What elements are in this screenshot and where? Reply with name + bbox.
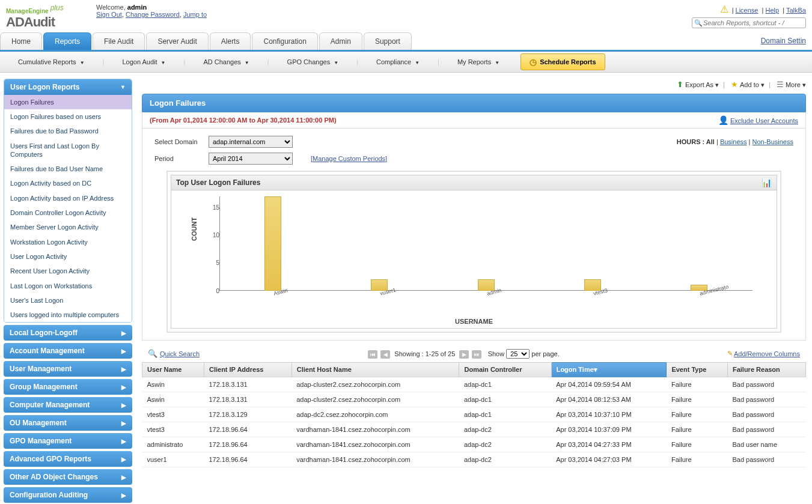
sidebar-cat-ou-management[interactable]: OU Management▶: [4, 415, 132, 431]
sidebar-cat-gpo-management[interactable]: GPO Management▶: [4, 433, 132, 449]
add-to-button[interactable]: ★Add to ▾: [731, 81, 765, 88]
quick-search-link[interactable]: Quick Search: [160, 350, 200, 357]
subnav-my-reports[interactable]: My Reports ▼: [439, 53, 517, 70]
logo-main: ADAudit: [6, 14, 87, 30]
table-row[interactable]: Aswin172.18.3.131adap-cluster2.csez.zoho…: [142, 392, 806, 407]
sidebar-item-logon-activity-based-on-dc[interactable]: Logon Activity based on DC: [4, 176, 132, 190]
chart-ylabel: COUNT: [191, 217, 198, 241]
sidebar-item-domain-controller-logon-activity[interactable]: Domain Controller Logon Activity: [4, 205, 132, 220]
paging-range: 1-25 of 25: [426, 350, 456, 357]
hours-business-link[interactable]: Business: [720, 138, 747, 145]
chart-options-icon[interactable]: 📊: [762, 178, 772, 187]
date-range: (From Apr 01,2014 12:00:00 AM to Apr 30,…: [150, 117, 337, 124]
col-user-name[interactable]: User Name: [142, 362, 204, 377]
sidebar-item-failures-due-to-bad-password[interactable]: Failures due to Bad Password: [4, 124, 132, 138]
sidebar-cat-configuration-auditing[interactable]: Configuration Auditing▶: [4, 487, 132, 503]
last-page-button[interactable]: ⏭: [472, 350, 481, 359]
more-button[interactable]: ☰More ▾: [777, 81, 806, 88]
sidebar-item-user-logon-activity[interactable]: User Logon Activity: [4, 249, 132, 264]
schedule-reports-button[interactable]: ◷Schedule Reports: [520, 53, 605, 70]
sidebar-cat-group-management[interactable]: Group Management▶: [4, 379, 132, 395]
next-page-button[interactable]: ▶: [459, 350, 469, 359]
domain-select[interactable]: adap.internal.com: [209, 136, 293, 148]
chevron-right-icon: ▶: [121, 420, 126, 427]
bar-aswin[interactable]: [264, 196, 281, 291]
sidebar-item-workstation-logon-activity[interactable]: Workstation Logon Activity: [4, 235, 132, 249]
table-row[interactable]: vuser1172.18.96.64vardhaman-1841.csez.zo…: [142, 452, 806, 467]
tab-reports[interactable]: Reports: [43, 32, 91, 50]
add-remove-columns-link[interactable]: Add/Remove Columns: [734, 350, 800, 357]
sidebar-item-logon-activity-based-on-ip-address[interactable]: Logon Activity based on IP Address: [4, 191, 132, 205]
logo: ManageEngine plus ADAudit: [6, 4, 87, 30]
export-as-button[interactable]: ⬆Export As ▾: [677, 81, 719, 88]
sidebar-item-member-server-logon-activity[interactable]: Member Server Logon Activity: [4, 220, 132, 234]
chart-title: Top User Logon Failures: [176, 178, 260, 187]
tab-file-audit[interactable]: File Audit: [93, 32, 145, 50]
domain-label: Select Domain: [154, 138, 209, 145]
tab-alerts[interactable]: Alerts: [210, 32, 251, 50]
results-table: User NameClient IP AddressClient Host Na…: [142, 362, 806, 467]
table-row[interactable]: administrato172.18.96.64vardhaman-1841.c…: [142, 437, 806, 452]
col-failure-reason[interactable]: Failure Reason: [727, 362, 805, 377]
sidebar-item-last-logon-on-workstations[interactable]: Last Logon on Workstations: [4, 279, 132, 293]
table-row[interactable]: vtest3172.18.3.129adap-dc2.csez.zohocorp…: [142, 407, 806, 422]
subnav-cumulative-reports[interactable]: Cumulative Reports ▼: [0, 53, 103, 70]
page-title: Logon Failures: [142, 94, 806, 112]
sidebar-item-logon-failures[interactable]: Logon Failures: [4, 95, 132, 109]
talkback-link[interactable]: TalkBa: [786, 7, 806, 14]
chart-xlabel: USERNAME: [455, 318, 493, 325]
manage-custom-periods-link[interactable]: [Manage Custom Periods]: [311, 155, 387, 162]
sidebar-cat-other-ad-object-changes[interactable]: Other AD Object Changes▶: [4, 469, 132, 485]
sidebar-item-user-s-last-logon[interactable]: User's Last Logon: [4, 293, 132, 308]
hours-filter: HOURS : All | Business | Non-Business: [677, 138, 793, 145]
col-domain-controller[interactable]: Domain Controller: [459, 362, 551, 377]
subnav-gpo-changes[interactable]: GPO Changes ▼: [269, 53, 357, 70]
sidebar-cat-advanced-gpo-reports[interactable]: Advanced GPO Reports▶: [4, 451, 132, 467]
sidebar-cat-account-management[interactable]: Account Management▶: [4, 343, 132, 359]
domain-settings-link[interactable]: Domain Settin: [761, 37, 806, 45]
sidebar-cat-computer-management[interactable]: Computer Management▶: [4, 397, 132, 413]
tab-admin[interactable]: Admin: [319, 32, 362, 50]
sign-out-link[interactable]: Sign Out: [96, 11, 122, 18]
exclude-user-accounts-link[interactable]: Exclude User Accounts: [730, 117, 798, 124]
sidebar-item-users-logged-into-multiple-computers[interactable]: Users logged into multiple computers: [4, 308, 132, 322]
col-client-host-name[interactable]: Client Host Name: [292, 362, 459, 377]
period-select[interactable]: April 2014: [209, 153, 293, 165]
table-row[interactable]: Aswin172.18.3.131adap-cluster2.csez.zoho…: [142, 377, 806, 392]
chevron-right-icon: ▶: [121, 438, 126, 445]
edit-columns-icon: ✎: [727, 350, 733, 357]
sidebar-cat-local-logon-logoff[interactable]: Local Logon-Logoff▶: [4, 325, 132, 341]
sidebar-item-recent-user-logon-activity[interactable]: Recent User Logon Activity: [4, 264, 132, 278]
subnav-compliance[interactable]: Compliance ▼: [358, 53, 438, 70]
page-size-select[interactable]: 25: [506, 349, 530, 359]
col-client-ip-address[interactable]: Client IP Address: [204, 362, 292, 377]
tab-home[interactable]: Home: [0, 32, 42, 50]
table-row[interactable]: vtest3172.18.96.64vardhaman-1841.csez.zo…: [142, 422, 806, 437]
chevron-right-icon: ▶: [121, 402, 126, 408]
sidebar-header[interactable]: User Logon Reports▼: [4, 79, 132, 95]
sidebar-cat-user-management[interactable]: User Management▶: [4, 361, 132, 377]
subnav-logon-audit[interactable]: Logon Audit ▼: [104, 53, 183, 70]
col-logon-time-[interactable]: Logon Time▾: [551, 362, 667, 377]
chevron-right-icon: ▶: [121, 492, 126, 499]
col-event-type[interactable]: Event Type: [667, 362, 728, 377]
tab-support[interactable]: Support: [364, 32, 412, 50]
help-link[interactable]: Help: [766, 7, 780, 14]
subnav-ad-changes[interactable]: AD Changes ▼: [185, 53, 267, 70]
tab-server-audit[interactable]: Server Audit: [146, 32, 208, 50]
chevron-right-icon: ▶: [121, 330, 126, 336]
chevron-right-icon: ▶: [121, 384, 126, 390]
license-link[interactable]: License: [736, 7, 759, 14]
prev-page-button[interactable]: ◀: [380, 350, 390, 359]
sidebar-item-users-first-and-last-logon-by-computers[interactable]: Users First and Last Logon By Computers: [4, 139, 132, 162]
sidebar-item-failures-due-to-bad-user-name[interactable]: Failures due to Bad User Name: [4, 162, 132, 176]
jump-to-link[interactable]: Jump to: [183, 11, 207, 18]
search-input[interactable]: [692, 17, 806, 28]
change-password-link[interactable]: Change Password: [126, 11, 180, 18]
tab-configuration[interactable]: Configuration: [252, 32, 317, 50]
search-icon: 🔍: [694, 19, 703, 27]
warning-icon[interactable]: ⚠: [720, 4, 728, 14]
sidebar-item-logon-failures-based-on-users[interactable]: Logon Failures based on users: [4, 109, 132, 124]
hours-nonbusiness-link[interactable]: Non-Business: [752, 138, 793, 145]
first-page-button[interactable]: ⏮: [368, 350, 377, 359]
